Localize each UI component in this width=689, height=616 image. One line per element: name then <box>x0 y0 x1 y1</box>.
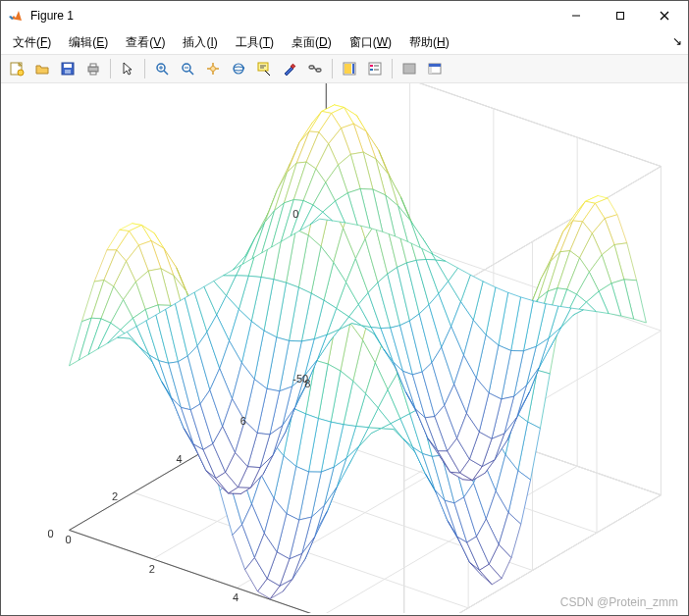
svg-rect-9 <box>88 67 98 72</box>
menu-i[interactable]: 插入(I) <box>175 31 225 54</box>
svg-point-5 <box>18 70 24 76</box>
svg-point-21 <box>234 67 243 71</box>
svg-point-20 <box>234 64 243 74</box>
watermark-text: CSDN @Protein_zmm <box>560 595 678 609</box>
data-cursor-button[interactable] <box>252 57 276 80</box>
svg-rect-40 <box>429 67 432 74</box>
svg-rect-33 <box>370 65 373 67</box>
pointer-button[interactable] <box>116 57 139 80</box>
svg-rect-8 <box>65 70 71 74</box>
title-bar: Figure 1 <box>1 1 688 30</box>
pan-button[interactable] <box>201 57 225 80</box>
zoom-in-button[interactable] <box>150 57 174 80</box>
undock-arrow-icon[interactable]: ↘ <box>672 34 682 48</box>
link-button[interactable] <box>303 57 327 80</box>
tick-label: 6 <box>240 415 246 427</box>
svg-rect-39 <box>429 64 441 67</box>
rotate3d-button[interactable] <box>227 57 250 80</box>
maximize-button[interactable] <box>598 2 642 29</box>
svg-rect-10 <box>90 64 96 67</box>
hide-tools-button[interactable] <box>398 57 421 80</box>
show-tools-button[interactable] <box>423 57 447 80</box>
svg-rect-7 <box>64 64 72 68</box>
menu-bar: 文件(F)编辑(E)查看(V)插入(I)工具(T)桌面(D)窗口(W)帮助(H)… <box>1 30 688 54</box>
tick-label: 0 <box>48 528 54 539</box>
zoom-out-button[interactable] <box>176 57 199 80</box>
close-button[interactable] <box>642 2 686 29</box>
tick-label: 4 <box>233 591 238 603</box>
svg-rect-34 <box>370 69 373 71</box>
menu-f[interactable]: 文件(F) <box>5 31 59 54</box>
svg-rect-22 <box>258 63 268 71</box>
print-button[interactable] <box>81 57 105 80</box>
colorbar-button[interactable] <box>338 57 361 80</box>
tick-label: 8 <box>304 378 310 389</box>
tick-label: 2 <box>112 490 118 502</box>
matlab-icon <box>9 8 25 24</box>
svg-rect-11 <box>90 72 96 75</box>
menu-d[interactable]: 桌面(D) <box>284 31 340 54</box>
svg-line-17 <box>189 71 193 75</box>
svg-rect-1 <box>616 13 623 20</box>
legend-button[interactable] <box>363 57 387 80</box>
mesh-surface <box>1 83 688 613</box>
minimize-button[interactable] <box>554 2 598 29</box>
menu-e[interactable]: 编辑(E) <box>61 31 116 54</box>
save-button[interactable] <box>56 57 80 80</box>
new-figure-button[interactable] <box>5 57 28 80</box>
svg-point-19 <box>211 67 216 72</box>
svg-rect-30 <box>344 64 351 74</box>
menu-t[interactable]: 工具(T) <box>228 31 282 54</box>
toolbar <box>1 54 688 83</box>
svg-rect-31 <box>352 64 354 74</box>
tick-label: 2 <box>149 563 155 575</box>
tick-label: 0 <box>292 208 298 220</box>
tick-label: 0 <box>66 534 72 545</box>
svg-rect-37 <box>403 64 415 74</box>
open-button[interactable] <box>30 57 54 80</box>
window-controls <box>554 2 686 29</box>
menu-v[interactable]: 查看(V) <box>118 31 173 54</box>
axes-3d[interactable]: -500500246802468 CSDN @Protein_zmm <box>1 83 688 615</box>
menu-h[interactable]: 帮助(H) <box>401 31 457 54</box>
window-title: Figure 1 <box>30 9 554 23</box>
tick-label: 4 <box>176 453 182 465</box>
brush-button[interactable] <box>278 57 301 80</box>
svg-line-13 <box>164 71 168 75</box>
menu-w[interactable]: 窗口(W) <box>342 31 399 54</box>
figure-window: Figure 1 文件(F)编辑(E)查看(V)插入(I)工具(T)桌面(D)窗… <box>0 0 689 616</box>
